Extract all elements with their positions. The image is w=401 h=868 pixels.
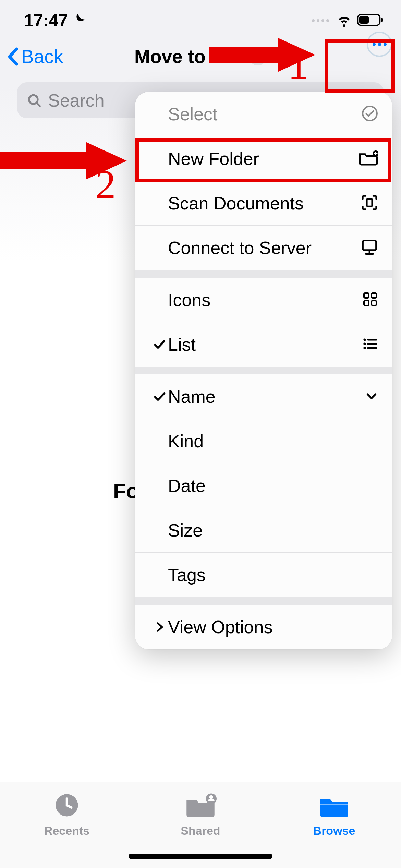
svg-point-23 [209, 795, 213, 799]
menu-label: View Options [168, 617, 378, 637]
menu-item-sort-date[interactable]: Date [135, 463, 392, 508]
menu-label: Size [168, 520, 378, 541]
menu-item-sort-kind[interactable]: Kind [135, 419, 392, 463]
svg-rect-12 [372, 293, 376, 298]
svg-point-16 [363, 342, 366, 345]
menu-label: Date [168, 475, 378, 496]
svg-rect-11 [364, 293, 369, 298]
status-dots-icon [312, 19, 329, 22]
nav-title-button[interactable]: Move to iOS [134, 46, 267, 68]
menu-label: Select [168, 104, 361, 124]
svg-point-17 [363, 347, 366, 349]
back-label: Back [21, 46, 63, 68]
svg-rect-27 [0, 152, 89, 169]
svg-point-15 [363, 338, 366, 341]
status-right [312, 12, 384, 29]
files-app-screen: 17:47 Back [0, 0, 401, 868]
grid-icon [362, 291, 378, 309]
svg-rect-8 [363, 241, 376, 250]
back-button[interactable]: Back [7, 46, 63, 68]
menu-item-view-options[interactable]: View Options [135, 605, 392, 649]
menu-item-sort-size[interactable]: Size [135, 508, 392, 553]
svg-marker-28 [86, 142, 127, 180]
menu-label: List [168, 334, 362, 355]
svg-rect-1 [359, 16, 369, 24]
menu-label: Scan Documents [168, 193, 361, 214]
svg-line-4 [37, 103, 40, 106]
tab-browse[interactable]: Browse [293, 792, 375, 837]
chevron-left-icon [7, 47, 19, 66]
menu-label: Kind [168, 431, 378, 451]
select-check-icon [361, 105, 378, 123]
menu-label: Icons [168, 290, 362, 310]
svg-rect-24 [320, 804, 348, 805]
menu-item-list-view[interactable]: List [135, 322, 392, 367]
status-time: 17:47 [24, 11, 68, 31]
battery-icon [357, 13, 384, 28]
tab-label: Shared [181, 824, 220, 837]
chevron-down-icon [365, 389, 378, 404]
svg-point-5 [363, 106, 377, 121]
menu-item-sort-name[interactable]: Name [135, 374, 392, 419]
tab-label: Browse [313, 824, 355, 837]
wifi-icon [336, 12, 352, 29]
chevron-right-icon [151, 621, 168, 633]
new-folder-icon [359, 150, 378, 168]
home-indicator[interactable] [129, 854, 272, 859]
status-bar: 17:47 [0, 0, 401, 34]
tab-recents[interactable]: Recents [26, 792, 108, 837]
annotation-arrow-2 [0, 138, 127, 183]
nav-bar: Back Move to iOS [0, 34, 401, 79]
shared-folder-icon [184, 792, 217, 820]
checkmark-icon [151, 390, 168, 403]
list-icon [362, 336, 378, 353]
checkmark-icon [151, 338, 168, 351]
menu-item-sort-tags[interactable]: Tags [135, 553, 392, 597]
menu-item-scan-documents[interactable]: Scan Documents [135, 181, 392, 226]
status-time-area: 17:47 [24, 11, 86, 31]
menu-label: Name [168, 386, 365, 407]
menu-item-select[interactable]: Select [135, 92, 392, 136]
tab-label: Recents [44, 824, 89, 837]
svg-rect-13 [364, 301, 369, 305]
folder-icon [318, 792, 350, 820]
svg-rect-2 [381, 18, 383, 22]
search-icon [27, 93, 42, 108]
server-icon [361, 238, 378, 257]
svg-rect-14 [372, 301, 376, 305]
nav-title: Move to iOS [134, 46, 243, 68]
scan-icon [361, 194, 378, 213]
tab-shared[interactable]: Shared [159, 792, 242, 837]
menu-item-connect-server[interactable]: Connect to Server [135, 226, 392, 270]
menu-label: New Folder [168, 148, 359, 169]
menu-label: Tags [168, 565, 378, 585]
menu-item-icons-view[interactable]: Icons [135, 278, 392, 322]
clock-icon [53, 792, 80, 820]
menu-label: Connect to Server [168, 238, 361, 258]
ellipsis-icon [373, 43, 376, 46]
svg-rect-7 [367, 199, 372, 206]
annotation-number-2: 2 [95, 161, 116, 208]
chevron-down-icon [249, 48, 267, 65]
more-options-button[interactable] [367, 32, 392, 57]
moon-icon [71, 11, 86, 31]
context-menu: Select New Folder Scan Documents Connect… [135, 92, 392, 649]
search-placeholder: Search [48, 90, 105, 111]
menu-item-new-folder[interactable]: New Folder [135, 136, 392, 181]
